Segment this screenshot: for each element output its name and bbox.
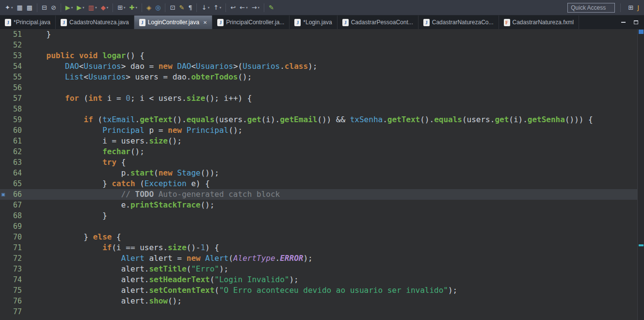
dropdown-arrow-icon[interactable]: ▾ [258, 6, 260, 10]
quick-access-input[interactable] [567, 3, 615, 13]
line-number: 67 [6, 200, 28, 210]
next-annotation-button[interactable]: ↓▾ [200, 3, 210, 13]
code-line[interactable]: 53 public void logar() { [0, 50, 637, 61]
dropdown-arrow-icon[interactable]: ▾ [246, 6, 248, 10]
dropdown-arrow-icon[interactable]: ▾ [124, 6, 126, 10]
code-line[interactable]: 51 } [0, 29, 637, 40]
code-line[interactable]: 77 [0, 306, 637, 317]
toggle-mark-occurrences-button[interactable]: ✎ [267, 3, 275, 13]
toolbar-right: ⊞J [567, 3, 641, 13]
new-java-project-button[interactable]: ⊞▾ [116, 3, 127, 13]
toolbar-separator [113, 3, 113, 12]
dropdown-arrow-icon[interactable]: ▾ [208, 6, 209, 10]
code-text: alert.setTitle("Erro"); [28, 264, 228, 274]
overview-header-icon[interactable] [639, 30, 644, 34]
code-line[interactable]: 60 Principal p = new Principal(); [0, 125, 637, 136]
new-java-class-icon: ✚ [129, 4, 135, 12]
tab-principalcontroller-ja[interactable]: JPrincipalController.ja... [212, 16, 290, 29]
annotation-ruler-cell [0, 274, 6, 285]
restore-button[interactable] [632, 19, 639, 26]
new-wizard-button[interactable]: ✦▾ [3, 3, 14, 13]
coverage-icon: ▥ [88, 4, 94, 12]
dropdown-arrow-icon[interactable]: ▾ [11, 6, 13, 10]
search-button[interactable]: ◎ [154, 3, 162, 13]
code-line[interactable]: 72 Alert alert = new Alert(AlertType.ERR… [0, 253, 637, 264]
run-icon: ▶ [77, 4, 81, 12]
tab-cadastrarnatureza-fxml[interactable]: FCadastrarNatureza.fxml [499, 16, 580, 29]
dropdown-arrow-icon[interactable]: ▾ [107, 6, 109, 10]
forward-button[interactable]: →▾ [250, 3, 261, 13]
code-line[interactable]: 75 alert.setContentText("O Erro acontece… [0, 285, 637, 296]
tab-cadastrarpessoacont[interactable]: JCadastrarPessoaCont... [338, 16, 419, 29]
code-text: alert.show(); [28, 296, 182, 306]
code-line[interactable]: 64 p.start(new Stage()); [0, 168, 637, 178]
code-line[interactable]: 56 [0, 82, 637, 93]
open-type-button[interactable]: ⊡ [168, 3, 177, 13]
open-perspective-button[interactable]: ⊞ [627, 3, 635, 13]
tab-cadastrarnaturezaco[interactable]: JCadastrarNaturezaCo... [419, 16, 499, 29]
code-line[interactable]: ▣66 // TODO Auto-generated catch block [0, 189, 637, 200]
profile-button[interactable]: ◆▾ [99, 3, 110, 13]
last-edit-location-button[interactable]: ↩ [229, 3, 237, 13]
tab-logincontroller-java[interactable]: JLoginController.java✕ [134, 16, 212, 29]
code-line[interactable]: 57 for (int i = 0; i < users.size(); i++… [0, 93, 637, 104]
code-line[interactable]: 61 i = users.size(); [0, 136, 637, 146]
code-line[interactable]: 59 if (txEmail.getText().equals(users.ge… [0, 114, 637, 125]
code-line[interactable]: 76 alert.show(); [0, 296, 637, 306]
code-line[interactable]: 62 fechar(); [0, 146, 637, 157]
save-all-button[interactable]: ▩ [25, 3, 34, 13]
mark-occurrences-button[interactable]: ✎ [177, 3, 186, 13]
restore-icon [634, 20, 638, 24]
java-file-icon: J [423, 19, 430, 26]
code-line[interactable]: 70 } else { [0, 232, 637, 242]
run-button[interactable]: ▶▾ [75, 3, 86, 13]
skip-all-breakpoints-button[interactable]: ⊘ [49, 3, 58, 13]
tab-principal-java[interactable]: J*Principal.java [0, 16, 56, 29]
code-text: Principal p = new Principal(); [28, 125, 242, 136]
code-line[interactable]: 74 alert.setHeaderText("Login Invalido")… [0, 274, 637, 285]
mark-occurrences-icon: ✎ [179, 4, 184, 12]
code-text: DAO<Usuarios> dao = new DAO<Usuarios>(Us… [28, 61, 317, 72]
code-line[interactable]: 67 e.printStackTrace(); [0, 200, 637, 210]
annotation-ruler-cell [0, 221, 6, 232]
back-button[interactable]: ←▾ [238, 3, 249, 13]
code-line[interactable]: 52 [0, 40, 637, 50]
create-jar-button[interactable]: ◈ [145, 3, 153, 13]
minimize-button[interactable] [620, 19, 627, 26]
previous-annotation-button[interactable]: ↑▾ [212, 3, 223, 13]
tab-label: CadastrarPessoaCont... [351, 19, 413, 26]
code-line[interactable]: 68 } [0, 210, 637, 221]
code-line[interactable]: 65 } catch (Exception e) { [0, 178, 637, 189]
toolbar-right-buttons: ⊞J [626, 3, 641, 13]
code-line[interactable]: 73 alert.setTitle("Erro"); [0, 264, 637, 274]
dropdown-arrow-icon[interactable]: ▾ [95, 6, 97, 10]
tab-cadastronatureza-java[interactable]: JCadastroNatureza.java [56, 16, 134, 29]
code-line[interactable]: 71 if(i == users.size()-1) { [0, 242, 637, 253]
dropdown-arrow-icon[interactable]: ▾ [82, 6, 84, 10]
code-line[interactable]: 69 [0, 221, 637, 232]
line-number: 63 [6, 157, 28, 168]
dropdown-arrow-icon[interactable]: ▾ [136, 6, 138, 10]
show-whitespace-button[interactable]: ¶ [187, 3, 193, 13]
save-all-icon: ▩ [27, 4, 32, 12]
java-perspective-button[interactable]: J [636, 3, 641, 13]
code-editor[interactable]: 51 }5253 public void logar() {54 DAO<Usu… [0, 29, 644, 320]
close-tab-icon[interactable]: ✕ [203, 20, 207, 25]
overview-marker[interactable] [639, 244, 644, 246]
save-button[interactable]: ▦ [15, 3, 24, 13]
dropdown-arrow-icon[interactable]: ▾ [71, 6, 73, 10]
view-controls [615, 16, 644, 29]
debug-button[interactable]: ▶▾ [64, 3, 75, 13]
code-line[interactable]: 63 try { [0, 157, 637, 168]
new-java-class-button[interactable]: ✚▾ [128, 3, 139, 13]
coverage-button[interactable]: ▥▾ [87, 3, 98, 13]
code-line[interactable]: 58 [0, 104, 637, 114]
java-file-icon: J [139, 19, 145, 26]
open-perspective-icon: ⊞ [628, 4, 633, 12]
open-console-button[interactable]: ⊟ [40, 3, 48, 13]
dropdown-arrow-icon[interactable]: ▾ [220, 6, 222, 10]
code-line[interactable]: 54 DAO<Usuarios> dao = new DAO<Usuarios>… [0, 61, 637, 72]
code-line[interactable]: 55 List<Usuarios> users = dao.obterTodos… [0, 72, 637, 82]
tab-login-java[interactable]: J*Login.java [290, 16, 337, 29]
overview-ruler[interactable] [637, 29, 644, 320]
